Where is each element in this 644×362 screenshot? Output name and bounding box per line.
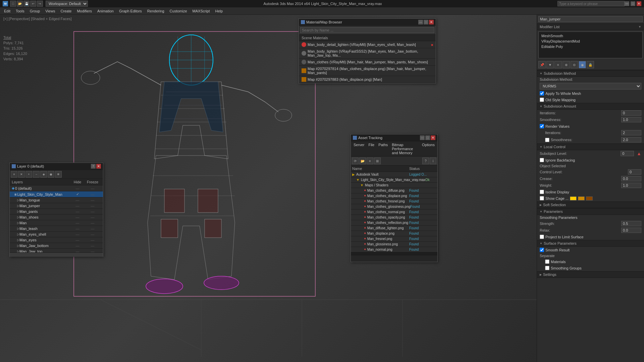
at-menu-file[interactable]: File xyxy=(367,142,376,156)
at-menu-paths[interactable]: Paths xyxy=(377,142,389,156)
modifier-meshsmooth[interactable]: MeshSmooth xyxy=(540,33,641,39)
subobject-level-input[interactable] xyxy=(621,151,634,156)
mat-browser-close[interactable]: ✕ xyxy=(429,20,434,24)
undo-btn[interactable]: ↩ xyxy=(30,1,36,7)
strength-input[interactable] xyxy=(621,221,641,226)
funnel-btn[interactable]: ▼ xyxy=(546,61,554,68)
new-btn[interactable]: □ xyxy=(10,1,16,7)
apply-whole-mesh-checkbox[interactable] xyxy=(540,91,544,96)
ly-row-4[interactable]: ▷ Man_pants — — xyxy=(10,209,103,215)
at-btn-3[interactable]: ≡ xyxy=(367,158,373,164)
menu-modifiers[interactable]: Modifiers xyxy=(74,8,95,14)
menu-animation[interactable]: Animation xyxy=(95,8,116,14)
ly-row-3[interactable]: ▷ Man_jumper — — xyxy=(10,203,103,209)
maximize-btn[interactable]: □ xyxy=(631,1,635,6)
ly-row-5[interactable]: ▷ Man_shoes — — xyxy=(10,215,103,220)
menu-group[interactable]: Group xyxy=(27,8,43,14)
at-btn-4[interactable]: ⊞ xyxy=(374,158,381,164)
at-btn-help[interactable]: ? xyxy=(422,158,429,164)
ly-btn-delete[interactable]: ✕ xyxy=(18,171,25,178)
mat-item-1[interactable]: Man_body_lighten (VRayFastSSS2) [Man_eye… xyxy=(299,48,436,59)
at-row-img-2[interactable]: ■ Man_clothes_fresnel.png Found xyxy=(351,199,437,204)
menu-tools[interactable]: Tools xyxy=(13,8,27,14)
at-row-img-4[interactable]: ■ Man_clothes_normal.png Found xyxy=(351,209,437,215)
ly-btn-add[interactable]: ≡ xyxy=(11,171,17,178)
ly-btn-move[interactable]: → xyxy=(33,171,40,178)
render-smoothness-input[interactable] xyxy=(621,137,641,142)
modifier-editable-poly[interactable]: Editable Poly xyxy=(540,44,641,49)
at-btn-2[interactable]: 📂 xyxy=(359,158,366,164)
open-btn[interactable]: 📂 xyxy=(17,1,23,7)
ly-btn-new[interactable]: + xyxy=(25,171,32,178)
menu-rendering[interactable]: Rendering xyxy=(145,8,167,14)
at-row-maxfile[interactable]: ▼ Light_Skin_City_Style_Man_max_vray.max… xyxy=(351,177,437,183)
redo-btn[interactable]: ↪ xyxy=(37,1,43,7)
mat-item-4[interactable]: Map #2070297883 (Man_displace.png) [Man] xyxy=(299,76,436,83)
crease-input[interactable] xyxy=(621,176,641,181)
mat-browser-maximize[interactable]: □ xyxy=(424,20,428,24)
at-row-img-10[interactable]: ■ Man_glossiness.png Found xyxy=(351,242,437,247)
lock-btn[interactable]: 🔒 xyxy=(587,61,594,68)
at-menu-options[interactable]: Options xyxy=(421,142,436,156)
save-btn[interactable]: 💾 xyxy=(23,1,30,7)
menu-graph-editors[interactable]: Graph Editors xyxy=(116,8,145,14)
smooth-result-checkbox[interactable] xyxy=(540,248,544,252)
mat-item-2[interactable]: Man_clothes (VRayMtl) [Man_hair, Man_jum… xyxy=(299,59,436,66)
asset-tracking-minimize[interactable]: — xyxy=(420,135,425,140)
asset-tracking-close[interactable]: ✕ xyxy=(431,135,435,140)
at-row-img-5[interactable]: ■ Man_clothes_opacity.png Found xyxy=(351,215,437,220)
ly-row-10[interactable]: ▷ Man_Jaw_bottom — — xyxy=(10,243,103,249)
menu-edit[interactable]: Edit xyxy=(1,8,13,14)
modifier-vray-displace[interactable]: VRayDisplacementMod xyxy=(540,39,641,44)
at-row-img-9[interactable]: ■ Man_fresnel.png Found xyxy=(351,236,437,242)
asset-tracking-maximize[interactable]: □ xyxy=(425,135,430,140)
smoothing-groups-checkbox[interactable] xyxy=(545,266,549,270)
menu-views[interactable]: Views xyxy=(43,8,58,14)
at-row-img-3[interactable]: ■ Man_clothes_glossiness.png Found xyxy=(351,204,437,209)
at-row-img-0[interactable]: ■ Man_clothes_diffuse.png Found xyxy=(351,188,437,193)
at-row-img-11[interactable]: ■ Man_normal.png Found xyxy=(351,247,437,252)
close-btn[interactable]: ✕ xyxy=(637,1,641,6)
ly-row-7[interactable]: ▷ Man_leash — — xyxy=(10,226,103,232)
subobject-up-btn[interactable]: ▲ xyxy=(637,151,641,156)
at-menu-server[interactable]: Server xyxy=(352,142,366,156)
expand-btn[interactable]: ⊕ xyxy=(562,61,570,68)
at-row-maps[interactable]: ▼ Maps / Shaders xyxy=(351,183,437,188)
at-menu-bitmap[interactable]: Bitmap Performance and Memory xyxy=(390,142,419,156)
relax-input[interactable] xyxy=(621,228,641,233)
ly-btn-freeze[interactable]: ❄ xyxy=(55,171,62,178)
show-all-btn[interactable]: ◉ xyxy=(579,61,586,68)
project-limit-checkbox[interactable] xyxy=(540,235,544,239)
at-row-img-8[interactable]: ■ Man_displace.png Found xyxy=(351,231,437,236)
obj-name-input[interactable] xyxy=(538,16,643,22)
render-smoothness-check[interactable] xyxy=(545,138,549,142)
search-input[interactable] xyxy=(557,1,625,6)
at-row-img-7[interactable]: ■ Man_diffuse_lighten.png Found xyxy=(351,226,437,231)
menu-create[interactable]: Create xyxy=(58,8,74,14)
weight-input[interactable] xyxy=(621,183,641,188)
menu-help[interactable]: Help xyxy=(213,8,226,14)
ignore-backfacing-checkbox[interactable] xyxy=(540,158,544,162)
ly-btn-select[interactable]: ◈ xyxy=(40,171,47,178)
control-level-input[interactable] xyxy=(628,169,641,175)
menu-maxscript[interactable]: MAXScript xyxy=(190,8,213,14)
ly-btn-highlight[interactable]: ◉ xyxy=(48,171,54,178)
at-btn-info[interactable]: i xyxy=(430,158,436,164)
iterations-input[interactable] xyxy=(621,110,641,116)
collapse-btn[interactable]: ⊖ xyxy=(571,61,578,68)
mat-item-0[interactable]: Man_body_detail_lighten (VRayMtl) [Man_e… xyxy=(299,41,436,48)
ly-row-2[interactable]: ▷ Man_tongue — — xyxy=(10,197,103,203)
isoline-display-checkbox[interactable] xyxy=(540,190,544,194)
subdivision-method-dropdown[interactable]: NURMS xyxy=(540,83,641,89)
at-row-vault[interactable]: ▶ Autodesk Vault Logged O... xyxy=(351,172,437,177)
cage-color-3[interactable] xyxy=(586,196,593,200)
ly-row-0[interactable]: ◈ 0 (default) — — xyxy=(10,185,103,191)
cage-color-1[interactable] xyxy=(570,196,577,200)
at-row-img-1[interactable]: ■ Man_clothes_displace.png Found xyxy=(351,193,437,199)
old-style-mapping-checkbox[interactable] xyxy=(540,98,544,102)
minimize-btn[interactable]: — xyxy=(625,1,629,6)
list-btn[interactable]: ≡ xyxy=(554,61,562,68)
render-iterations-input[interactable] xyxy=(621,130,641,135)
cage-color-2[interactable] xyxy=(578,196,585,200)
workspace-dropdown[interactable]: Workspace: Default xyxy=(46,1,88,7)
